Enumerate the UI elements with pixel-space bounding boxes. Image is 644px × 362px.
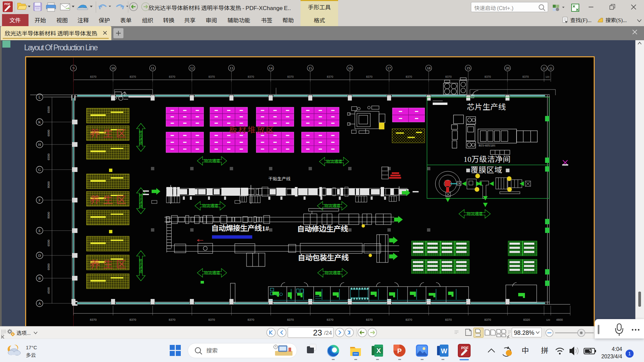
- svg-text:PDF: PDF: [461, 346, 469, 350]
- svg-text:19: 19: [467, 66, 471, 70]
- svg-text:8370: 8370: [90, 317, 97, 322]
- svg-text:8370: 8370: [90, 74, 97, 78]
- svg-text:H: H: [38, 142, 41, 146]
- svg-text:23: 23: [313, 328, 322, 337]
- svg-text:物流通道: 物流通道: [467, 210, 483, 216]
- svg-text:4800: 4800: [556, 317, 563, 322]
- svg-text:10万级洁净间: 10万级洁净间: [464, 153, 511, 164]
- svg-text:6500: 6500: [46, 240, 51, 246]
- svg-text:8370: 8370: [287, 74, 294, 78]
- svg-text:PDF: PDF: [4, 2, 11, 6]
- svg-text:8370: 8370: [129, 317, 136, 322]
- svg-text:8370: 8370: [169, 74, 175, 78]
- svg-text:13: 13: [230, 66, 234, 70]
- svg-text:搜索(S)...: 搜索(S)...: [605, 16, 627, 24]
- svg-text:8370: 8370: [445, 74, 452, 78]
- svg-text:养生区: 养生区: [90, 192, 126, 206]
- svg-text:自动焊接生产线1#: 自动焊接生产线1#: [211, 222, 269, 233]
- svg-text:物流通道: 物流通道: [324, 202, 340, 208]
- svg-text:8370: 8370: [366, 317, 373, 322]
- svg-text:18: 18: [427, 66, 431, 70]
- svg-text:物流通道: 物流通道: [204, 158, 220, 163]
- svg-text:拼: 拼: [541, 345, 548, 355]
- svg-text:干贴生产线: 干贴生产线: [268, 175, 290, 182]
- svg-text:8370: 8370: [485, 74, 491, 78]
- svg-text:8370: 8370: [209, 74, 215, 78]
- svg-text:8000: 8000: [46, 181, 51, 188]
- svg-text:中: 中: [522, 345, 529, 355]
- svg-text:8370: 8370: [366, 74, 373, 78]
- svg-text:16: 16: [348, 66, 352, 70]
- svg-text:覆膜区域: 覆膜区域: [471, 164, 502, 175]
- svg-text:120: 120: [545, 75, 549, 78]
- svg-text:15: 15: [309, 66, 313, 70]
- svg-text:F: F: [39, 198, 41, 202]
- svg-text:2023/4/4: 2023/4/4: [601, 354, 622, 359]
- svg-text:自动修边生产线: 自动修边生产线: [297, 223, 348, 234]
- svg-text:搜索: 搜索: [206, 346, 218, 354]
- svg-text:物流通道: 物流通道: [202, 202, 218, 208]
- svg-text:物流通道: 物流通道: [138, 130, 144, 145]
- svg-text:A: A: [38, 301, 41, 305]
- svg-text:K: K: [38, 120, 41, 124]
- svg-text:/24: /24: [324, 330, 332, 336]
- svg-text:12: 12: [190, 66, 194, 70]
- svg-text:8370: 8370: [130, 74, 136, 78]
- svg-text:8370: 8370: [169, 317, 175, 322]
- svg-text:物流通道: 物流通道: [326, 158, 342, 164]
- svg-text:6000: 6000: [46, 263, 51, 270]
- svg-text:Layout Of Production Line: Layout Of Production Line: [24, 43, 98, 52]
- svg-text:8320: 8320: [523, 317, 530, 322]
- svg-text:X: X: [376, 347, 381, 354]
- svg-text:REX-6IIX3201: REX-6IIX3201: [479, 143, 495, 147]
- svg-text:11: 11: [151, 66, 155, 70]
- svg-text:D: D: [38, 253, 41, 257]
- svg-text:8370: 8370: [406, 317, 412, 322]
- svg-text:8370: 8370: [406, 74, 412, 78]
- svg-text:物流通道: 物流通道: [138, 193, 144, 208]
- svg-text:10: 10: [111, 66, 115, 70]
- svg-text:物流通道: 物流通道: [324, 269, 340, 275]
- svg-text:8370: 8370: [445, 317, 452, 322]
- svg-text:P: P: [397, 347, 401, 355]
- svg-text:14: 14: [269, 66, 273, 70]
- svg-text:8370: 8370: [523, 74, 529, 78]
- svg-text:22: 22: [549, 67, 552, 70]
- svg-text:W: W: [441, 347, 447, 355]
- svg-text:8370: 8370: [248, 317, 254, 322]
- svg-text:4500: 4500: [46, 287, 51, 294]
- svg-text:B: B: [38, 276, 41, 280]
- svg-text:8370: 8370: [484, 317, 491, 322]
- svg-text:1: 1: [628, 351, 631, 356]
- svg-text:8000: 8000: [46, 212, 51, 219]
- svg-text:8370: 8370: [327, 74, 333, 78]
- svg-text:8370: 8370: [208, 317, 215, 322]
- svg-text:120: 120: [546, 318, 550, 321]
- svg-text:4:04: 4:04: [612, 346, 622, 352]
- svg-text:8370: 8370: [248, 74, 254, 78]
- svg-text:物流通道: 物流通道: [138, 258, 144, 274]
- svg-text:21: 21: [543, 67, 546, 70]
- svg-text:20: 20: [506, 66, 510, 70]
- svg-text:6500: 6500: [46, 154, 51, 160]
- svg-text:8370: 8370: [327, 317, 333, 322]
- svg-text:物流通道: 物流通道: [204, 269, 220, 275]
- svg-text:查找(F)...: 查找(F)...: [570, 16, 592, 24]
- svg-text:板材堆放区: 板材堆放区: [229, 123, 274, 135]
- svg-text:6500: 6500: [46, 106, 51, 113]
- svg-text:6000: 6000: [46, 130, 51, 136]
- svg-text:养生区: 养生区: [90, 125, 126, 140]
- svg-text:养生区: 养生区: [90, 256, 126, 271]
- svg-text:L: L: [39, 95, 41, 99]
- svg-text:8370: 8370: [287, 317, 294, 322]
- svg-text:98.28%: 98.28%: [514, 329, 534, 336]
- svg-text:芯片生产线: 芯片生产线: [467, 101, 506, 112]
- svg-text:G: G: [38, 168, 41, 172]
- svg-text:E: E: [39, 229, 41, 233]
- svg-text:17: 17: [387, 66, 391, 70]
- svg-text:自动包装生产线: 自动包装生产线: [298, 252, 349, 262]
